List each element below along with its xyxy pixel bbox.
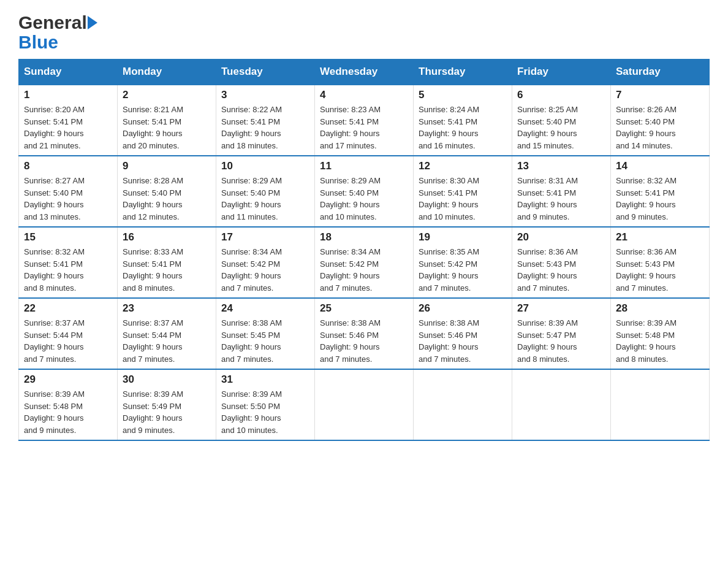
day-number: 5 bbox=[419, 89, 507, 101]
day-info: Sunrise: 8:35 AMSunset: 5:42 PMDaylight:… bbox=[419, 246, 507, 294]
day-info: Sunrise: 8:22 AMSunset: 5:41 PMDaylight:… bbox=[221, 104, 309, 151]
day-info: Sunrise: 8:38 AMSunset: 5:46 PMDaylight:… bbox=[419, 317, 507, 365]
day-number: 1 bbox=[24, 89, 112, 101]
calendar-cell: 14Sunrise: 8:32 AMSunset: 5:41 PMDayligh… bbox=[611, 156, 710, 227]
day-info: Sunrise: 8:32 AMSunset: 5:41 PMDaylight:… bbox=[616, 175, 704, 223]
day-info: Sunrise: 8:39 AMSunset: 5:50 PMDaylight:… bbox=[221, 388, 309, 436]
calendar-cell: 11Sunrise: 8:29 AMSunset: 5:40 PMDayligh… bbox=[315, 156, 414, 227]
day-info: Sunrise: 8:28 AMSunset: 5:40 PMDaylight:… bbox=[123, 175, 211, 223]
day-info: Sunrise: 8:38 AMSunset: 5:45 PMDaylight:… bbox=[221, 317, 309, 365]
calendar-cell: 7Sunrise: 8:26 AMSunset: 5:40 PMDaylight… bbox=[611, 85, 710, 156]
day-info: Sunrise: 8:24 AMSunset: 5:41 PMDaylight:… bbox=[419, 104, 507, 151]
calendar-cell bbox=[512, 369, 611, 440]
calendar-cell: 21Sunrise: 8:36 AMSunset: 5:43 PMDayligh… bbox=[611, 227, 710, 298]
logo-general: General bbox=[18, 12, 87, 33]
calendar-cell: 2Sunrise: 8:21 AMSunset: 5:41 PMDaylight… bbox=[118, 85, 216, 156]
day-number: 18 bbox=[320, 231, 408, 243]
calendar-cell: 23Sunrise: 8:37 AMSunset: 5:44 PMDayligh… bbox=[118, 298, 216, 369]
day-info: Sunrise: 8:39 AMSunset: 5:49 PMDaylight:… bbox=[123, 388, 211, 436]
calendar-cell: 18Sunrise: 8:34 AMSunset: 5:42 PMDayligh… bbox=[315, 227, 414, 298]
day-info: Sunrise: 8:21 AMSunset: 5:41 PMDaylight:… bbox=[123, 104, 211, 151]
logo-arrow-icon bbox=[88, 16, 97, 29]
calendar-cell: 3Sunrise: 8:22 AMSunset: 5:41 PMDaylight… bbox=[216, 85, 315, 156]
day-info: Sunrise: 8:27 AMSunset: 5:40 PMDaylight:… bbox=[24, 175, 112, 223]
calendar-cell: 26Sunrise: 8:38 AMSunset: 5:46 PMDayligh… bbox=[414, 298, 512, 369]
page-header: General Blue bbox=[18, 12, 710, 53]
day-info: Sunrise: 8:34 AMSunset: 5:42 PMDaylight:… bbox=[320, 246, 408, 294]
day-number: 25 bbox=[320, 302, 408, 315]
calendar-cell: 29Sunrise: 8:39 AMSunset: 5:48 PMDayligh… bbox=[19, 369, 118, 440]
day-number: 2 bbox=[123, 89, 211, 101]
calendar-cell: 31Sunrise: 8:39 AMSunset: 5:50 PMDayligh… bbox=[216, 369, 315, 440]
calendar-cell: 5Sunrise: 8:24 AMSunset: 5:41 PMDaylight… bbox=[414, 85, 512, 156]
logo: General bbox=[18, 12, 99, 33]
calendar-cell: 19Sunrise: 8:35 AMSunset: 5:42 PMDayligh… bbox=[414, 227, 512, 298]
day-info: Sunrise: 8:34 AMSunset: 5:42 PMDaylight:… bbox=[221, 246, 309, 294]
day-number: 22 bbox=[24, 302, 112, 315]
day-number: 10 bbox=[221, 160, 309, 172]
day-number: 26 bbox=[419, 302, 507, 315]
day-number: 9 bbox=[123, 160, 211, 172]
col-header-monday: Monday bbox=[118, 59, 216, 85]
day-info: Sunrise: 8:26 AMSunset: 5:40 PMDaylight:… bbox=[616, 104, 704, 151]
day-info: Sunrise: 8:33 AMSunset: 5:41 PMDaylight:… bbox=[123, 246, 211, 294]
day-info: Sunrise: 8:37 AMSunset: 5:44 PMDaylight:… bbox=[24, 317, 112, 365]
calendar-cell: 10Sunrise: 8:29 AMSunset: 5:40 PMDayligh… bbox=[216, 156, 315, 227]
calendar-cell: 13Sunrise: 8:31 AMSunset: 5:41 PMDayligh… bbox=[512, 156, 611, 227]
day-info: Sunrise: 8:29 AMSunset: 5:40 PMDaylight:… bbox=[221, 175, 309, 223]
day-info: Sunrise: 8:36 AMSunset: 5:43 PMDaylight:… bbox=[616, 246, 704, 294]
calendar-cell: 30Sunrise: 8:39 AMSunset: 5:49 PMDayligh… bbox=[118, 369, 216, 440]
day-info: Sunrise: 8:36 AMSunset: 5:43 PMDaylight:… bbox=[517, 246, 605, 294]
calendar-cell: 24Sunrise: 8:38 AMSunset: 5:45 PMDayligh… bbox=[216, 298, 315, 369]
day-number: 3 bbox=[221, 89, 309, 101]
day-info: Sunrise: 8:38 AMSunset: 5:46 PMDaylight:… bbox=[320, 317, 408, 365]
calendar-cell bbox=[611, 369, 710, 440]
calendar-cell: 6Sunrise: 8:25 AMSunset: 5:40 PMDaylight… bbox=[512, 85, 611, 156]
day-number: 12 bbox=[419, 160, 507, 172]
calendar-cell bbox=[414, 369, 512, 440]
calendar-cell: 16Sunrise: 8:33 AMSunset: 5:41 PMDayligh… bbox=[118, 227, 216, 298]
col-header-sunday: Sunday bbox=[19, 59, 118, 85]
day-number: 6 bbox=[517, 89, 605, 101]
day-number: 27 bbox=[517, 302, 605, 315]
day-info: Sunrise: 8:39 AMSunset: 5:47 PMDaylight:… bbox=[517, 317, 605, 365]
day-info: Sunrise: 8:30 AMSunset: 5:41 PMDaylight:… bbox=[419, 175, 507, 223]
day-number: 29 bbox=[24, 373, 112, 386]
calendar-cell: 8Sunrise: 8:27 AMSunset: 5:40 PMDaylight… bbox=[19, 156, 118, 227]
day-number: 20 bbox=[517, 231, 605, 243]
day-info: Sunrise: 8:25 AMSunset: 5:40 PMDaylight:… bbox=[517, 104, 605, 151]
calendar-table: SundayMondayTuesdayWednesdayThursdayFrid… bbox=[18, 59, 710, 441]
calendar-cell: 4Sunrise: 8:23 AMSunset: 5:41 PMDaylight… bbox=[315, 85, 414, 156]
calendar-cell: 17Sunrise: 8:34 AMSunset: 5:42 PMDayligh… bbox=[216, 227, 315, 298]
day-number: 17 bbox=[221, 231, 309, 243]
calendar-cell: 22Sunrise: 8:37 AMSunset: 5:44 PMDayligh… bbox=[19, 298, 118, 369]
day-number: 30 bbox=[123, 373, 211, 386]
day-number: 11 bbox=[320, 160, 408, 172]
day-number: 16 bbox=[123, 231, 211, 243]
day-info: Sunrise: 8:37 AMSunset: 5:44 PMDaylight:… bbox=[123, 317, 211, 365]
day-number: 24 bbox=[221, 302, 309, 315]
calendar-cell: 9Sunrise: 8:28 AMSunset: 5:40 PMDaylight… bbox=[118, 156, 216, 227]
calendar-cell: 1Sunrise: 8:20 AMSunset: 5:41 PMDaylight… bbox=[19, 85, 118, 156]
day-info: Sunrise: 8:39 AMSunset: 5:48 PMDaylight:… bbox=[616, 317, 704, 365]
day-number: 14 bbox=[616, 160, 704, 172]
calendar-cell: 20Sunrise: 8:36 AMSunset: 5:43 PMDayligh… bbox=[512, 227, 611, 298]
logo-area: General Blue bbox=[18, 12, 99, 53]
day-info: Sunrise: 8:29 AMSunset: 5:40 PMDaylight:… bbox=[320, 175, 408, 223]
day-info: Sunrise: 8:32 AMSunset: 5:41 PMDaylight:… bbox=[24, 246, 112, 294]
day-number: 23 bbox=[123, 302, 211, 315]
calendar-cell: 25Sunrise: 8:38 AMSunset: 5:46 PMDayligh… bbox=[315, 298, 414, 369]
calendar-cell bbox=[315, 369, 414, 440]
day-number: 4 bbox=[320, 89, 408, 101]
day-number: 19 bbox=[419, 231, 507, 243]
day-number: 15 bbox=[24, 231, 112, 243]
calendar-cell: 28Sunrise: 8:39 AMSunset: 5:48 PMDayligh… bbox=[611, 298, 710, 369]
day-info: Sunrise: 8:20 AMSunset: 5:41 PMDaylight:… bbox=[24, 104, 112, 151]
calendar-cell: 15Sunrise: 8:32 AMSunset: 5:41 PMDayligh… bbox=[19, 227, 118, 298]
col-header-wednesday: Wednesday bbox=[315, 59, 414, 85]
logo-blue: Blue bbox=[18, 32, 58, 53]
day-number: 13 bbox=[517, 160, 605, 172]
day-number: 8 bbox=[24, 160, 112, 172]
calendar-cell: 12Sunrise: 8:30 AMSunset: 5:41 PMDayligh… bbox=[414, 156, 512, 227]
day-number: 31 bbox=[221, 373, 309, 386]
